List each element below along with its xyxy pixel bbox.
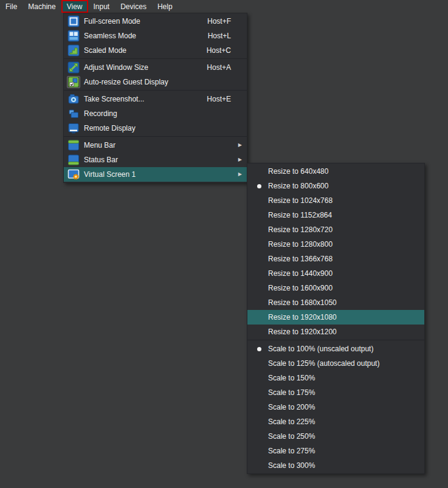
virtual-screen-icon	[67, 168, 80, 180]
seamless-icon	[67, 30, 80, 42]
shortcut-label: Host+A	[207, 63, 244, 72]
menu-item-menu-bar[interactable]: Menu Bar ▶	[64, 138, 247, 153]
submenu-item-label: Resize to 1280x720	[268, 225, 333, 234]
submenu-item-label: Scale to 250%	[268, 432, 315, 441]
menu-item-label: Seamless Mode	[84, 32, 136, 40]
menu-item-label: Status Bar	[84, 156, 118, 164]
menu-item-label: Adjust Window Size	[84, 63, 148, 72]
radio-slot	[255, 347, 263, 351]
menu-separator	[64, 136, 247, 137]
submenu-item-resize-1920x1200[interactable]: Resize to 1920x1200	[247, 325, 424, 339]
submenu-item-scale-250[interactable]: Scale to 250%	[247, 429, 424, 444]
submenu-item-label: Scale to 275%	[268, 447, 315, 455]
menu-bar-icon	[67, 139, 80, 151]
submenu-item-resize-1152x864[interactable]: Resize to 1152x864	[247, 208, 424, 222]
submenu-item-scale-300[interactable]: Scale to 300%	[247, 458, 424, 473]
submenu-arrow-icon: ▶	[238, 172, 242, 177]
radio-slot	[255, 184, 263, 188]
submenu-item-resize-1280x800[interactable]: Resize to 1280x800	[247, 237, 424, 252]
auto-resize-icon	[67, 76, 80, 88]
submenu-item-label: Scale to 125% (autoscaled output)	[268, 359, 379, 368]
menu-item-label: Take Screenshot...	[84, 95, 144, 103]
submenu-item-label: Resize to 800x600	[268, 182, 328, 190]
remote-display-icon	[67, 122, 80, 134]
submenu-item-resize-1920x1080[interactable]: Resize to 1920x1080	[247, 310, 424, 325]
screenshot-icon	[67, 93, 80, 105]
menubar-item-view[interactable]: View	[61, 0, 88, 13]
submenu-item-resize-800x600[interactable]: Resize to 800x600	[247, 179, 424, 193]
menu-separator	[64, 58, 247, 60]
submenu-item-label: Resize to 1280x800	[268, 240, 333, 249]
submenu-arrow-icon: ▶	[238, 157, 242, 162]
menu-item-virtual-screen-1[interactable]: Virtual Screen 1 ▶	[64, 167, 247, 182]
menu-item-label: Remote Display	[84, 124, 136, 132]
menu-separator	[64, 90, 247, 91]
menu-item-label: Virtual Screen 1	[84, 170, 136, 179]
menu-item-recording[interactable]: Recording	[64, 106, 247, 121]
menu-item-fullscreen-mode[interactable]: Full-screen Mode Host+F	[64, 14, 247, 29]
menubar-item-machine[interactable]: Machine	[22, 0, 61, 13]
shortcut-label: Host+F	[207, 17, 244, 26]
submenu-item-label: Scale to 200%	[268, 403, 315, 411]
submenu-item-label: Resize to 1366x768	[268, 255, 333, 263]
menu-item-auto-resize-guest-display[interactable]: Auto-resize Guest Display	[64, 75, 247, 89]
fullscreen-icon	[67, 15, 80, 27]
menubar-item-file[interactable]: File	[0, 0, 22, 13]
submenu-item-resize-1680x1050[interactable]: Resize to 1680x1050	[247, 295, 424, 310]
submenu-item-label: Scale to 150%	[268, 374, 315, 382]
status-bar-icon	[67, 154, 80, 166]
submenu-item-label: Scale to 175%	[268, 388, 315, 397]
menu-item-remote-display[interactable]: Remote Display	[64, 121, 247, 136]
menu-item-status-bar[interactable]: Status Bar ▶	[64, 153, 247, 167]
submenu-item-resize-640x480[interactable]: Resize to 640x480	[247, 164, 424, 179]
submenu-item-scale-200[interactable]: Scale to 200%	[247, 400, 424, 414]
submenu-item-resize-1024x768[interactable]: Resize to 1024x768	[247, 193, 424, 208]
submenu-item-label: Scale to 100% (unscaled output)	[268, 345, 373, 353]
submenu-item-label: Resize to 640x480	[268, 167, 328, 176]
radio-selected-icon	[257, 347, 261, 351]
shortcut-label: Host+L	[208, 32, 244, 40]
submenu-item-scale-100[interactable]: Scale to 100% (unscaled output)	[247, 342, 424, 356]
shortcut-label: Host+E	[207, 95, 244, 103]
menu-item-label: Full-screen Mode	[84, 17, 140, 26]
submenu-item-resize-1280x720[interactable]: Resize to 1280x720	[247, 222, 424, 237]
submenu-item-label: Resize to 1152x864	[268, 211, 332, 219]
submenu-item-scale-175[interactable]: Scale to 175%	[247, 385, 424, 400]
submenu-item-scale-275[interactable]: Scale to 275%	[247, 444, 424, 458]
menu-item-label: Auto-resize Guest Display	[84, 78, 168, 86]
submenu-item-label: Resize to 1920x1200	[268, 328, 337, 336]
submenu-item-resize-1440x900[interactable]: Resize to 1440x900	[247, 266, 424, 281]
submenu-item-label: Scale to 225%	[268, 418, 315, 426]
menubar-item-input[interactable]: Input	[88, 0, 115, 13]
menu-item-scaled-mode[interactable]: Scaled Mode Host+C	[64, 43, 247, 58]
virtual-screen-1-submenu: Resize to 640x480 Resize to 800x600 Resi…	[247, 163, 425, 474]
menu-item-adjust-window-size[interactable]: Adjust Window Size Host+A	[64, 60, 247, 75]
submenu-item-resize-1366x768[interactable]: Resize to 1366x768	[247, 252, 424, 266]
radio-selected-icon	[257, 184, 261, 188]
menubar-item-help[interactable]: Help	[152, 0, 178, 13]
menubar-item-devices[interactable]: Devices	[115, 0, 152, 13]
submenu-item-label: Resize to 1920x1080	[268, 313, 337, 321]
shortcut-label: Host+C	[207, 46, 244, 55]
submenu-item-label: Scale to 300%	[268, 461, 315, 470]
submenu-arrow-icon: ▶	[238, 143, 242, 148]
menu-item-label: Scaled Mode	[84, 46, 126, 55]
menu-item-label: Menu Bar	[84, 141, 115, 149]
submenu-item-scale-150[interactable]: Scale to 150%	[247, 371, 424, 385]
menu-item-label: Recording	[84, 109, 117, 118]
submenu-item-scale-225[interactable]: Scale to 225%	[247, 414, 424, 429]
submenu-item-label: Resize to 1440x900	[268, 269, 333, 278]
submenu-item-label: Resize to 1600x900	[268, 284, 333, 292]
submenu-item-resize-1600x900[interactable]: Resize to 1600x900	[247, 281, 424, 295]
view-menu: Full-screen Mode Host+F Seamless Mode Ho…	[63, 13, 247, 183]
menu-item-seamless-mode[interactable]: Seamless Mode Host+L	[64, 29, 247, 43]
scaled-icon	[67, 44, 80, 57]
menu-bar: File Machine View Input Devices Help	[0, 0, 448, 13]
recording-icon	[67, 108, 80, 120]
submenu-item-label: Resize to 1024x768	[268, 196, 333, 205]
submenu-item-scale-125[interactable]: Scale to 125% (autoscaled output)	[247, 356, 424, 371]
submenu-item-label: Resize to 1680x1050	[268, 298, 337, 307]
menu-item-take-screenshot[interactable]: Take Screenshot... Host+E	[64, 92, 247, 106]
menu-separator	[247, 340, 424, 341]
adjust-window-icon	[67, 61, 80, 74]
